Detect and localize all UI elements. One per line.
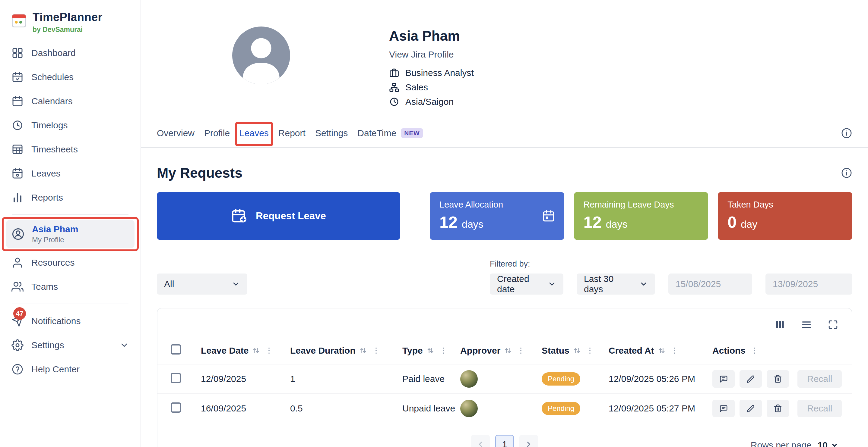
sidebar-profile-subtitle: My Profile	[32, 236, 78, 244]
info-icon[interactable]	[841, 167, 852, 179]
column-header-leave-date: Leave Date	[201, 345, 290, 356]
table-row: 16/09/2025 0.5 Unpaid leave Pending 12/0…	[157, 393, 852, 423]
status-badge: Pending	[542, 402, 580, 415]
sidebar-item-label: Schedules	[31, 72, 73, 82]
column-header-created-at: Created At	[609, 345, 712, 356]
rows-per-page-select[interactable]: 10	[818, 440, 838, 447]
request-leave-button[interactable]: Request Leave	[157, 192, 400, 240]
column-menu-icon[interactable]	[372, 346, 380, 355]
tab-report[interactable]: Report	[278, 128, 306, 138]
pagination: 1	[157, 435, 852, 447]
sidebar-item-notifications[interactable]: 47 Notifications	[6, 309, 134, 333]
sidebar-item-calendars[interactable]: Calendars	[6, 89, 134, 113]
date-from-input[interactable]	[668, 274, 752, 295]
main-content: Asia Pham View Jira Profile Business Ana…	[141, 0, 868, 447]
delete-button[interactable]	[767, 370, 789, 388]
sort-icon[interactable]	[658, 347, 665, 354]
user-circle-icon	[11, 228, 25, 241]
sidebar-item-settings[interactable]: Settings	[6, 333, 134, 357]
table-row: 12/09/2025 1 Paid leave Pending 12/09/20…	[157, 364, 852, 393]
sort-icon[interactable]	[427, 347, 434, 354]
filter-field-select[interactable]: Created date	[490, 274, 563, 295]
taken-days-card: Taken Days 0 day	[718, 192, 852, 240]
chevron-down-icon	[548, 280, 556, 288]
stat-value: 12	[439, 213, 458, 231]
column-header-type: Type	[402, 345, 460, 356]
row-checkbox[interactable]	[171, 373, 181, 383]
sidebar-item-label: Dashboard	[31, 48, 76, 58]
sidebar-item-schedules[interactable]: Schedules	[6, 65, 134, 89]
tab-datetime[interactable]: DateTime NEW	[358, 128, 423, 138]
tab-leaves-label: Leaves	[240, 128, 269, 138]
leave-duration-cell: 1	[290, 374, 402, 384]
columns-icon[interactable]	[775, 319, 785, 330]
tab-overview[interactable]: Overview	[157, 128, 194, 138]
tab-settings[interactable]: Settings	[315, 128, 348, 138]
select-all-checkbox[interactable]	[171, 344, 181, 354]
sort-icon[interactable]	[252, 347, 260, 354]
edit-button[interactable]	[740, 370, 762, 388]
column-menu-icon[interactable]	[439, 346, 447, 355]
pencil-icon	[746, 404, 755, 413]
sidebar-item-label: Timelogs	[31, 120, 68, 130]
info-icon[interactable]	[841, 128, 852, 139]
delete-button[interactable]	[767, 400, 789, 417]
table-header-row: Leave Date Leave Duration Type Approver	[157, 337, 852, 364]
column-menu-icon[interactable]	[517, 346, 525, 355]
dashboard-icon	[11, 47, 24, 59]
tab-profile[interactable]: Profile	[204, 128, 230, 138]
recall-button[interactable]: Recall	[798, 370, 842, 388]
sort-icon[interactable]	[504, 347, 512, 354]
sidebar-item-reports[interactable]: Reports	[6, 185, 134, 210]
tab-bar: Overview Profile Leaves Report Settings …	[141, 128, 868, 148]
sidebar-item-teams[interactable]: Teams	[6, 275, 134, 299]
sidebar-item-resources[interactable]: Resources	[6, 251, 134, 275]
column-header-approver: Approver	[460, 345, 542, 356]
page-title: Asia Pham	[389, 28, 474, 44]
created-at-cell: 12/09/2025 05:26 PM	[609, 374, 712, 384]
leave-date-cell: 12/09/2025	[201, 374, 290, 384]
date-range-select[interactable]: Last 30 days	[577, 274, 655, 295]
column-menu-icon[interactable]	[586, 346, 594, 355]
fullscreen-icon[interactable]	[828, 319, 838, 330]
app-title: TimePlanner	[33, 11, 102, 24]
tab-leaves[interactable]: Leaves	[240, 128, 269, 138]
sidebar-item-label: Settings	[31, 340, 64, 350]
recall-button[interactable]: Recall	[798, 400, 842, 417]
sidebar-item-my-profile[interactable]: Asia Pham My Profile	[6, 220, 134, 248]
list-view-icon[interactable]	[801, 319, 812, 330]
sort-icon[interactable]	[359, 347, 367, 354]
sidebar-item-timelogs[interactable]: Timelogs	[6, 113, 134, 137]
view-jira-profile-link[interactable]: View Jira Profile	[389, 49, 454, 60]
row-checkbox[interactable]	[171, 403, 181, 413]
role-text: Business Analyst	[405, 68, 474, 78]
comment-button[interactable]	[712, 400, 735, 417]
previous-page-button[interactable]	[471, 435, 490, 447]
sidebar-item-timesheets[interactable]: Timesheets	[6, 137, 134, 162]
column-label: Type	[402, 345, 423, 356]
briefcase-icon	[389, 68, 399, 78]
column-menu-icon[interactable]	[750, 346, 759, 355]
sidebar-item-leaves[interactable]: Leaves	[6, 162, 134, 185]
edit-button[interactable]	[740, 400, 762, 417]
gear-icon	[11, 339, 24, 351]
column-label: Created At	[609, 345, 654, 356]
sidebar-item-dashboard[interactable]: Dashboard	[6, 41, 134, 65]
new-badge: NEW	[401, 128, 423, 138]
column-header-leave-duration: Leave Duration	[290, 345, 402, 356]
request-leave-label: Request Leave	[256, 210, 326, 222]
sidebar-item-label: Resources	[31, 257, 74, 268]
comment-button[interactable]	[712, 370, 735, 388]
type-filter-value: All	[164, 279, 174, 289]
leave-allocation-card: Leave Allocation 12 days	[430, 192, 564, 240]
sort-icon[interactable]	[573, 347, 581, 354]
role-row: Business Analyst	[389, 68, 474, 78]
date-to-input[interactable]	[766, 274, 852, 295]
column-menu-icon[interactable]	[671, 346, 679, 355]
next-page-button[interactable]	[519, 435, 538, 447]
app-logo: TimePlanner by DevSamurai	[6, 8, 134, 41]
page-1-button[interactable]: 1	[495, 435, 514, 447]
sidebar-item-help-center[interactable]: Help Center	[6, 357, 134, 381]
column-menu-icon[interactable]	[265, 346, 273, 355]
type-filter-select[interactable]: All	[157, 274, 247, 295]
